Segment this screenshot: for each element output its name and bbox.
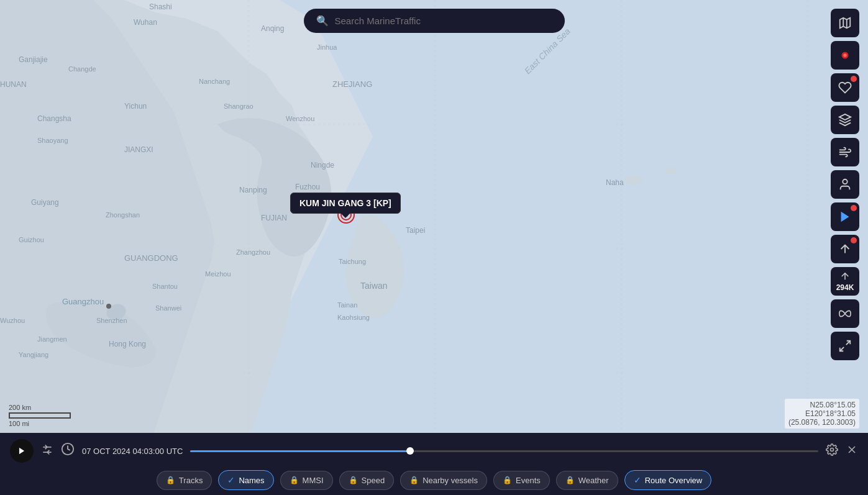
tab-speed-label: Speed xyxy=(362,476,385,485)
tab-events-label: Events xyxy=(516,476,541,485)
favorites-button[interactable] xyxy=(831,73,859,102)
svg-text:Anqing: Anqing xyxy=(261,24,284,33)
data-layers-button[interactable] xyxy=(831,106,859,134)
svg-text:Hong Kong: Hong Kong xyxy=(109,340,146,348)
svg-text:Zhangzhou: Zhangzhou xyxy=(236,248,270,256)
tab-tracks[interactable]: 🔒 Tracks xyxy=(157,471,212,490)
svg-point-59 xyxy=(843,53,847,57)
tab-names[interactable]: ✓ Names xyxy=(218,470,273,490)
tab-speed[interactable]: 🔒 Speed xyxy=(339,471,395,490)
svg-text:Taichung: Taichung xyxy=(339,258,366,265)
right-toolbar: 294K xyxy=(831,9,859,360)
close-timeline-button[interactable] xyxy=(846,443,858,459)
tab-route-overview-label: Route Overview xyxy=(645,476,702,485)
svg-text:Guangzhou: Guangzhou xyxy=(62,297,104,306)
svg-point-61 xyxy=(843,179,847,184)
speed-lock-icon: 🔒 xyxy=(349,476,358,484)
svg-text:JIANGXI: JIANGXI xyxy=(124,145,153,154)
svg-text:FUJIAN: FUJIAN xyxy=(261,214,287,222)
tab-nearby-vessels[interactable]: 🔒 Nearby vessels xyxy=(400,471,487,490)
tab-weather[interactable]: 🔒 Weather xyxy=(556,471,618,490)
timeline-slider[interactable] xyxy=(190,450,818,452)
svg-marker-65 xyxy=(19,448,24,455)
svg-text:Zhongshan: Zhongshan xyxy=(106,211,140,219)
svg-text:Ganjiajie: Ganjiajie xyxy=(19,55,48,64)
coordinates-display: N25.08°15.05 E120°18°31.05 (25.0876, 120… xyxy=(785,399,859,429)
weather-lock-icon: 🔒 xyxy=(565,476,575,484)
search-input[interactable] xyxy=(335,16,552,26)
vessel-count-label: 294K xyxy=(836,283,854,292)
svg-text:Wenzhou: Wenzhou xyxy=(286,115,314,122)
svg-text:Shaoyang: Shaoyang xyxy=(37,137,68,144)
svg-text:Kaohsiung: Kaohsiung xyxy=(337,314,370,321)
svg-text:Taipei: Taipei xyxy=(406,226,425,235)
svg-point-67 xyxy=(831,448,834,451)
svg-text:Shantou: Shantou xyxy=(152,283,178,290)
unlimited-button[interactable] xyxy=(831,299,859,328)
route-check-icon: ✓ xyxy=(634,475,641,485)
coord-lat: N25.08°15.05 xyxy=(788,401,856,409)
names-check-icon: ✓ xyxy=(227,475,235,485)
svg-text:Yichun: Yichun xyxy=(124,102,147,111)
svg-text:Guizhou: Guizhou xyxy=(19,236,44,243)
svg-text:Ningde: Ningde xyxy=(311,161,334,170)
tab-weather-label: Weather xyxy=(578,476,609,485)
timeline-row: 07 OCT 2024 04:03:00 UTC xyxy=(0,433,868,466)
svg-text:Nanchang: Nanchang xyxy=(199,78,230,85)
vessel-name: KUM JIN GANG 3 [KP] xyxy=(299,198,391,208)
svg-text:Changsha: Changsha xyxy=(37,114,71,123)
svg-text:Jiangmen: Jiangmen xyxy=(37,335,67,343)
svg-text:Nanping: Nanping xyxy=(239,186,267,194)
svg-text:Wuzhou: Wuzhou xyxy=(0,317,25,324)
svg-text:Naha: Naha xyxy=(606,178,624,187)
coord-decimal: (25.0876, 120.3003) xyxy=(788,418,856,427)
svg-point-42 xyxy=(665,168,677,174)
timeline-time: 07 OCT 2024 04:03:00 UTC xyxy=(82,447,183,456)
nearby-lock-icon: 🔒 xyxy=(409,476,419,484)
svg-text:Tainan: Tainan xyxy=(337,301,357,309)
scale-km-label: 200 km xyxy=(9,404,71,411)
svg-point-44 xyxy=(106,304,111,309)
svg-text:Meizhou: Meizhou xyxy=(205,270,231,278)
tab-mmsi-label: MMSI xyxy=(303,476,324,485)
tab-names-label: Names xyxy=(239,476,264,485)
person-button[interactable] xyxy=(831,170,859,199)
tab-nearby-vessels-label: Nearby vessels xyxy=(423,476,478,485)
svg-text:Shanwei: Shanwei xyxy=(155,304,181,312)
svg-text:Taiwan: Taiwan xyxy=(360,281,388,291)
exchange-button[interactable] xyxy=(41,443,53,459)
layers-button[interactable] xyxy=(831,41,859,70)
svg-text:HUNAN: HUNAN xyxy=(0,80,27,89)
svg-text:Shangrao: Shangrao xyxy=(224,102,254,110)
play-button[interactable] xyxy=(10,439,34,463)
svg-point-41 xyxy=(624,175,643,185)
events-lock-icon: 🔒 xyxy=(503,476,512,484)
fullscreen-button[interactable] xyxy=(831,332,859,360)
svg-text:Guiyang: Guiyang xyxy=(31,198,59,207)
svg-text:Wuhan: Wuhan xyxy=(134,18,157,27)
settings-button[interactable] xyxy=(826,443,838,459)
svg-text:Jinhua: Jinhua xyxy=(317,43,337,51)
playback-button[interactable] xyxy=(831,202,859,231)
svg-line-64 xyxy=(840,347,844,351)
timeline-thumb[interactable] xyxy=(406,447,414,455)
tab-events[interactable]: 🔒 Events xyxy=(493,471,550,490)
svg-text:Shashi: Shashi xyxy=(149,2,172,11)
vessel-tooltip[interactable]: KUM JIN GANG 3 [KP] xyxy=(290,193,401,214)
tab-tracks-label: Tracks xyxy=(179,476,203,485)
svg-text:ZHEJIANG: ZHEJIANG xyxy=(332,79,372,89)
svg-text:Changde: Changde xyxy=(68,65,96,73)
vessel-count-button[interactable]: 294K xyxy=(831,267,859,296)
tab-mmsi[interactable]: 🔒 MMSI xyxy=(280,471,333,490)
map-view-button[interactable] xyxy=(831,9,859,37)
tracks-lock-icon: 🔒 xyxy=(166,476,175,484)
wind-button[interactable] xyxy=(831,138,859,166)
coord-lng: E120°18°31.05 xyxy=(788,409,856,418)
waypoint-button[interactable] xyxy=(831,235,859,263)
tab-route-overview[interactable]: ✓ Route Overview xyxy=(624,470,711,490)
waypoint-badge xyxy=(851,237,857,243)
map[interactable]: East China Sea Shashi Ganjiajie Changde … xyxy=(0,0,868,495)
favorites-badge xyxy=(851,76,857,82)
speed-button[interactable] xyxy=(61,442,75,460)
svg-marker-62 xyxy=(841,212,849,222)
